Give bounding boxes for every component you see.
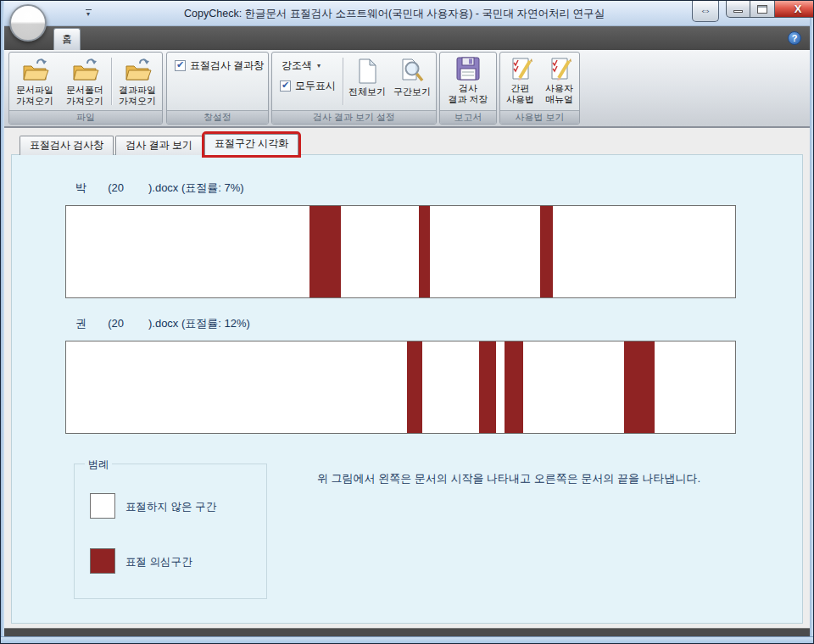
legend-item-label: 표절 의심구간 — [125, 555, 192, 569]
button-label: 구간보기 — [393, 86, 431, 97]
legend-item-label: 표절하지 않은 구간 — [125, 500, 216, 514]
checkbox-label: 모두표시 — [295, 79, 336, 93]
group-label-window: 창설정 — [167, 110, 268, 124]
group-divider — [343, 58, 343, 105]
import-result-file-button[interactable]: 결과파일 가져오기 — [114, 56, 161, 107]
dropdown-label: 강조색 — [282, 58, 312, 73]
view-section-button[interactable]: 구간보기 — [390, 58, 434, 97]
user-manual-button[interactable]: 사용자 매뉴얼 — [539, 56, 579, 105]
maximize-button[interactable] — [750, 1, 775, 18]
plagiarism-segment — [505, 341, 523, 433]
folder-import-icon — [122, 56, 153, 83]
plagiarism-segment — [479, 341, 496, 433]
save-results-button[interactable]: 검사 결과 저장 — [444, 56, 492, 105]
style-switch-button[interactable]: ⇔ — [692, 1, 719, 22]
ribbon-group-usage: 간편 사용법 사용자 매뉴얼 사용법 보기 — [499, 52, 580, 125]
button-label: 사용자 매뉴얼 — [545, 83, 573, 105]
group-label-file: 파일 — [9, 110, 162, 124]
view-all-button[interactable]: 전체보기 — [345, 58, 389, 97]
highlight-color-dropdown[interactable]: 강조색 ▾ — [282, 58, 321, 73]
document-2-label: 권 (20 ).docx (표절률: 12%) — [75, 316, 250, 331]
window-frame-right — [810, 1, 813, 644]
legend-title: 범례 — [85, 458, 112, 472]
button-label: 검사 결과 저장 — [448, 83, 488, 105]
button-label: 간편 사용법 — [506, 83, 534, 105]
plagiarism-segment — [419, 206, 430, 297]
import-doc-folder-button[interactable]: 문서폴더 가져오기 — [61, 56, 109, 107]
legend-box: 범례 표절하지 않은 구간 표절 의심구간 — [74, 464, 267, 599]
close-icon: X — [794, 3, 802, 15]
ribbon-tab-home[interactable]: 홈 — [53, 28, 81, 50]
help-icon[interactable]: ? — [788, 31, 801, 45]
ribbon-group-window: 표절검사 결과창 창설정 — [166, 52, 269, 125]
visualization-page: 박 (20 ).docx (표절률: 7%) 권 (20 ).docx (표절률… — [11, 154, 803, 624]
group-divider — [111, 58, 112, 105]
chevron-down-icon: ▾ — [317, 62, 321, 69]
app-window: CopyCheck: 한글문서 표절검사 소프트웨어(국민대 사용자용) - 국… — [0, 0, 814, 644]
tab-result-view[interactable]: 검사 결과 보기 — [115, 136, 203, 155]
button-label: 문서폴더 가져오기 — [66, 85, 103, 107]
quick-access-dropdown-icon[interactable]: ▾ — [83, 8, 93, 19]
ribbon-group-report: 검사 결과 저장 보고서 — [439, 52, 497, 125]
group-label-report: 보고서 — [440, 110, 496, 124]
checkbox-icon — [175, 60, 186, 71]
quick-guide-button[interactable]: 간편 사용법 — [500, 56, 540, 105]
save-icon — [454, 56, 482, 81]
tab-visualization[interactable]: 표절구간 시각화 — [204, 134, 298, 155]
ribbon-group-file: 문서파일 가져오기 문서폴더 가져오기 — [8, 52, 163, 125]
document-1-label: 박 (20 ).docx (표절률: 7%) — [75, 180, 244, 196]
checkbox-icon — [280, 80, 291, 92]
maximize-icon — [757, 5, 767, 14]
checkbox-label: 표절검사 결과창 — [190, 58, 264, 73]
explanation-note: 위 그림에서 왼쪽은 문서의 시작을 나타내고 오른쪽은 문서의 끝을 나타냅니… — [317, 471, 700, 486]
plagiarism-segment — [624, 341, 655, 433]
close-button[interactable]: X — [775, 1, 814, 18]
ribbon: 문서파일 가져오기 문서폴더 가져오기 — [4, 50, 810, 128]
minimize-button[interactable] — [726, 1, 750, 18]
window-title: CopyCheck: 한글문서 표절검사 소프트웨어(국민대 사용자용) - 국… — [103, 7, 686, 21]
magnifier-icon — [399, 58, 425, 85]
application-menu-button[interactable] — [9, 4, 47, 42]
minimize-icon — [733, 10, 743, 13]
plagiarism-segment — [309, 206, 341, 297]
document-2-bar — [65, 341, 736, 434]
window-frame-bottom — [1, 636, 813, 643]
folder-import-icon — [20, 56, 50, 83]
button-label: 문서파일 가져오기 — [16, 85, 53, 107]
tab-check-window[interactable]: 표절검사 검사창 — [20, 136, 114, 155]
folder-import-icon — [70, 56, 100, 83]
import-doc-file-button[interactable]: 문서파일 가져오기 — [11, 56, 59, 107]
plagiarism-swatch-icon — [90, 548, 115, 574]
plagiarism-segment — [407, 341, 422, 433]
ribbon-tab-row: 홈 ? — [4, 26, 810, 50]
button-label: 전체보기 — [348, 86, 386, 97]
window-frame-left — [1, 1, 4, 644]
ribbon-group-view-settings: 강조색 ▾ 모두표시 전체보기 — [271, 52, 437, 125]
window-controls: X — [726, 1, 814, 18]
document-1-bar — [65, 205, 736, 298]
group-label-view-settings: 검사 결과 보기 설정 — [272, 110, 436, 124]
clean-swatch-icon — [90, 493, 115, 519]
show-all-checkbox[interactable]: 모두표시 — [280, 79, 336, 93]
manual-icon — [547, 56, 572, 81]
document-icon — [355, 58, 379, 85]
result-window-checkbox[interactable]: 표절검사 결과창 — [175, 58, 264, 73]
group-label-usage: 사용법 보기 — [500, 110, 579, 124]
document-tab-strip: 표절검사 검사창 검사 결과 보기 표절구간 시각화 — [20, 134, 300, 155]
button-label: 결과파일 가져오기 — [119, 85, 156, 107]
plagiarism-segment — [540, 206, 553, 297]
manual-icon — [508, 56, 533, 81]
